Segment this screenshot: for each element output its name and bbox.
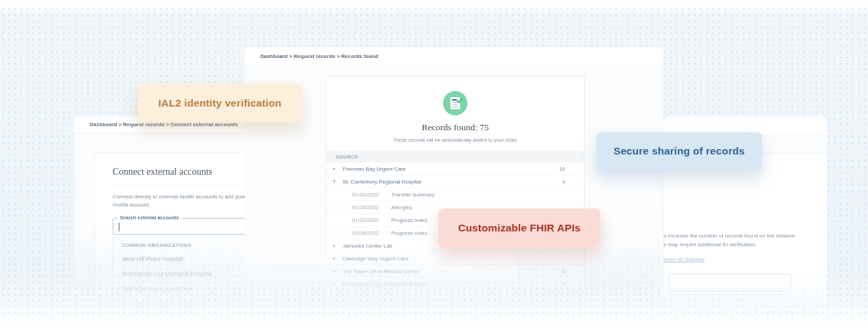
expand-arrow-icon[interactable]: ▸ — [333, 243, 343, 248]
record-subrow[interactable]: 01/20/2022 Transfer summary — [326, 188, 584, 201]
table-row[interactable]: ▸ Birmingham Lea Memorial Hospital 3 — [326, 278, 584, 291]
source-name: Oaklodge Way Urgent Care — [343, 256, 565, 262]
record-date: 01/20/2022 — [352, 204, 383, 211]
collapse-arrow-icon[interactable]: ▾ — [333, 179, 343, 184]
record-count: 4 — [562, 179, 565, 185]
record-count: 16 — [559, 166, 565, 172]
record-type: Allergies — [391, 204, 412, 211]
source-name: The Tower Drive Medical Center — [343, 269, 562, 275]
source-name: Birmingham Lea Memorial Hospital — [343, 281, 562, 287]
badge-label: Secure sharing of records — [614, 145, 745, 157]
edit-information-card: o increase the number of records found o… — [664, 153, 827, 312]
organization-name: Glenwood Elite Dental Group — [122, 322, 446, 329]
text-caret — [119, 223, 119, 231]
records-found-title: Records found: 75 — [326, 122, 584, 133]
hero-illustration: Dashboard > Request records > Connect ex… — [0, 0, 868, 336]
record-date: 02/26/2022 — [352, 230, 383, 236]
source-name: Freeman Bay Urgent Care — [343, 166, 559, 172]
record-type: Transfer summary — [391, 192, 435, 198]
table-row[interactable]: ▸ The Tower Drive Medical Center 6 — [326, 265, 584, 278]
expand-arrow-icon[interactable]: ▸ — [333, 166, 343, 171]
table-row[interactable]: ▸ Oaklodge Way Urgent Care — [326, 252, 584, 265]
table-row[interactable]: ▸ Freeman Bay Urgent Care 16 — [326, 163, 584, 175]
info-text-line: o increase the number of records found o… — [664, 233, 797, 239]
record-count: 4 — [562, 294, 565, 300]
edit-field-input[interactable] — [668, 274, 791, 291]
badge-label: IAL2 identity verification — [158, 97, 282, 109]
records-found-subtitle: These records will be automatically adde… — [326, 137, 584, 143]
record-type: Progress notes — [391, 230, 428, 236]
table-header-source: SOURCE — [326, 151, 584, 163]
expand-arrow-icon[interactable]: ▸ — [333, 256, 343, 261]
record-count: 6 — [562, 269, 565, 275]
badge-ial2-identity-verification: IAL2 identity verification — [138, 84, 302, 122]
records-found-card: Records found: 75 These records will be … — [326, 76, 585, 293]
info-text: o increase the number of records found o… — [664, 154, 827, 264]
record-count: 3 — [562, 281, 565, 287]
breadcrumb[interactable]: Dashboard > Request records > Records fo… — [260, 53, 378, 59]
record-type: Progress notes — [391, 217, 428, 223]
breadcrumb[interactable]: Dashboard > Request records > Connect ex… — [90, 121, 238, 128]
source-name: West Hill Pines Hospital — [343, 294, 562, 300]
badge-customizable-fhir-apis: Customizable FHIR APIs — [438, 208, 600, 248]
record-date: 01/20/2022 — [352, 192, 383, 198]
expand-arrow-icon[interactable]: ▸ — [333, 269, 343, 274]
organization-name: St. Canterbury Regional Hospital — [122, 300, 446, 307]
expand-arrow-icon[interactable]: ▸ — [333, 294, 343, 300]
faded-link-placeholder[interactable] — [402, 322, 509, 326]
badge-label: Customizable FHIR APIs — [458, 222, 581, 234]
description-line: Gorilla account. — [113, 202, 150, 208]
expand-arrow-icon[interactable]: ▸ — [333, 281, 343, 287]
records-found-window: Dashboard > Request records > Records fo… — [245, 47, 663, 300]
revert-all-changes-link[interactable]: evert all changes — [664, 256, 704, 264]
source-name: St. Canterbury Regional Hospital — [343, 179, 562, 185]
record-date: 01/20/2022 — [352, 217, 383, 223]
badge-secure-sharing-of-records: Secure sharing of records — [596, 132, 762, 170]
organization-address: 236 S Ave, Garden Grove, CA 95020 — [122, 309, 446, 314]
table-row[interactable]: ▾ St. Canterbury Regional Hospital 4 — [326, 175, 584, 188]
records-found-icon — [442, 90, 468, 116]
organization-list-item[interactable]: Glenwood Elite Dental Group — [113, 318, 455, 333]
window-header: Dashboard > Request records > Records fo… — [245, 47, 663, 66]
info-text-line: s may require additional ID verification… — [664, 242, 757, 248]
top-fade-overlay — [0, 0, 868, 9]
